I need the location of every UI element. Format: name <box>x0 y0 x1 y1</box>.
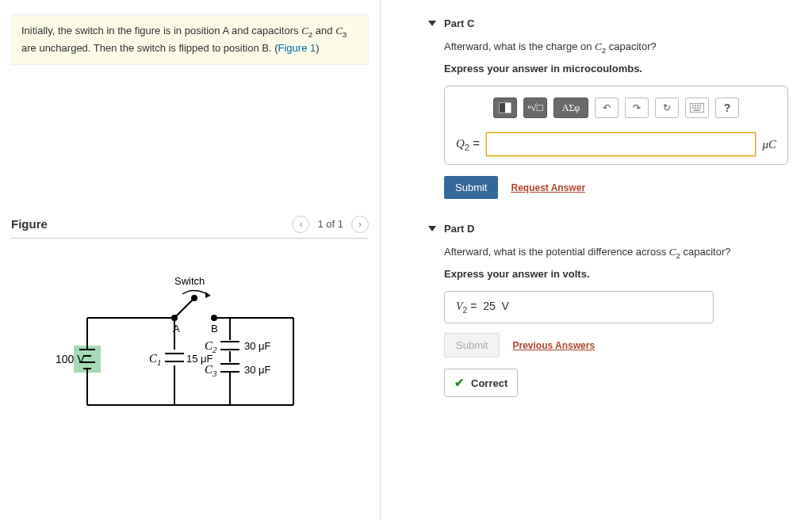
svg-text:30 μF: 30 μF <box>244 340 271 352</box>
reset-button[interactable]: ↻ <box>655 98 679 118</box>
part-d-body: Afterward, what is the potential differe… <box>428 239 788 415</box>
part-d-question: Afterward, what is the potential differe… <box>444 244 788 268</box>
problem-text-mid1: and <box>312 25 335 36</box>
caret-down-icon <box>428 226 436 231</box>
part-c-submit-row: Submit Request Answer <box>444 176 788 199</box>
part-c-answer-input[interactable] <box>486 132 756 156</box>
part-c-question: Afterward, what is the charge on C2 capa… <box>444 39 788 63</box>
part-c-body: Afterward, what is the charge on C2 capa… <box>428 34 788 216</box>
answer-toolbar: ⁿ√□ ΑΣφ ↶ ↷ ↻ ? <box>456 98 776 118</box>
figure-title: Figure <box>11 217 48 231</box>
correct-label: Correct <box>471 377 508 389</box>
figure-prev-button[interactable]: ‹ <box>292 216 309 233</box>
svg-line-20 <box>176 298 194 316</box>
sqrt-button[interactable]: ⁿ√□ <box>523 98 547 118</box>
var-c3: C <box>335 25 343 36</box>
part-d-submit-row: Submit Previous Answers <box>444 333 788 358</box>
part-d-instruct: Express your answer in volts. <box>444 268 788 291</box>
request-answer-link[interactable]: Request Answer <box>511 182 585 193</box>
figure-link[interactable]: Figure 1 <box>278 42 316 54</box>
svg-text:C3: C3 <box>205 363 217 378</box>
part-d-header[interactable]: Part D <box>428 216 788 239</box>
svg-text:A: A <box>173 323 180 335</box>
part-c-unit: μC <box>762 138 776 151</box>
check-icon: ✔ <box>454 376 465 390</box>
figure-next-button[interactable]: › <box>351 216 369 233</box>
part-c-instruct: Express your answer in microcoulombs. <box>444 63 788 86</box>
var-c3-sub: 3 <box>343 30 347 39</box>
svg-point-18 <box>212 315 216 320</box>
problem-text-mid2: are uncharged. Then the switch is flippe… <box>21 42 278 54</box>
svg-text:30 μF: 30 μF <box>244 364 271 376</box>
redo-button[interactable]: ↷ <box>625 98 649 118</box>
problem-statement: Initially, the switch in the figure is i… <box>11 14 369 65</box>
symbols-button[interactable]: ΑΣφ <box>553 98 588 118</box>
figure-header: Figure ‹ 1 of 1 › <box>11 216 369 239</box>
part-c-answer-box: ⁿ√□ ΑΣφ ↶ ↷ ↻ ? Q2 = μC <box>444 86 788 165</box>
svg-rect-39 <box>500 103 505 113</box>
part-c-answer-row: Q2 = μC <box>456 132 776 156</box>
left-panel: Initially, the switch in the figure is i… <box>0 0 381 520</box>
correct-feedback: ✔ Correct <box>444 369 518 397</box>
help-button[interactable]: ? <box>715 98 739 118</box>
part-d-answer-display: V2 = 25 V <box>444 291 714 323</box>
figure-nav: ‹ 1 of 1 › <box>292 216 369 233</box>
template-button[interactable] <box>493 98 517 118</box>
part-d-title: Part D <box>444 223 474 235</box>
var-c2: C <box>301 25 308 36</box>
right-panel: Part C Afterward, what is the charge on … <box>381 0 812 520</box>
svg-text:B: B <box>211 323 218 335</box>
problem-text-end: ) <box>316 42 319 54</box>
problem-text-pre: Initially, the switch in the figure is i… <box>21 25 301 36</box>
part-c-title: Part C <box>444 17 474 29</box>
previous-answers-link[interactable]: Previous Answers <box>512 340 595 351</box>
part-c-header[interactable]: Part C <box>428 11 788 34</box>
battery-label: 100 V <box>56 353 85 365</box>
svg-text:C1: C1 <box>149 352 162 367</box>
svg-text:Switch: Switch <box>174 275 205 287</box>
undo-button[interactable]: ↶ <box>595 98 619 118</box>
part-d-submit-button: Submit <box>444 333 500 358</box>
circuit-diagram: 100 V Switch A B C1 15 μF <box>11 239 369 429</box>
caret-down-icon <box>428 21 436 26</box>
keyboard-button[interactable] <box>685 98 709 118</box>
part-c-submit-button[interactable]: Submit <box>444 176 498 199</box>
part-c-lhs: Q2 = <box>456 136 480 152</box>
figure-nav-label: 1 of 1 <box>317 218 343 230</box>
